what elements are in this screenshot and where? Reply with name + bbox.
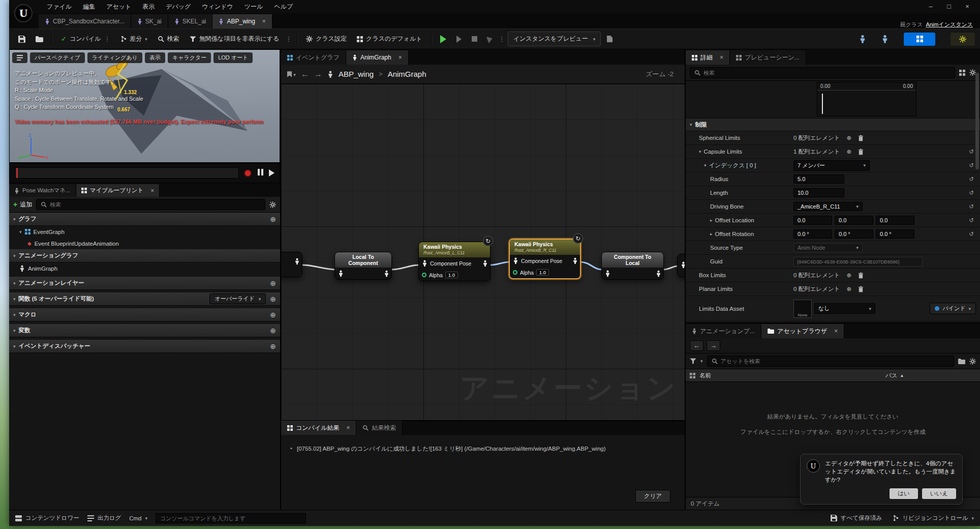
add-element-icon[interactable]: ⊕ [846,134,851,141]
record-button[interactable] [244,169,252,177]
debug-object-button[interactable] [603,33,617,45]
add-element-icon[interactable]: ⊕ [846,148,851,155]
section-graphs[interactable]: ▾グラフ⊕ [9,213,280,226]
hide-unrelated-options-icon[interactable]: ⋮ [285,35,292,43]
search-input[interactable] [703,70,951,76]
collapse-icon[interactable]: ▾ [704,163,707,168]
graph-node-local-to-component[interactable]: Local To Component [334,252,392,280]
revision-control-button[interactable]: リビジョンコントロール▾ [893,514,974,522]
save-all-button[interactable]: すべて保存済み [831,514,882,522]
filter-icon[interactable] [690,358,696,364]
details-scrollbar[interactable] [975,73,979,169]
browse-button[interactable] [32,33,47,45]
bookmarks-button[interactable]: ▾ [287,71,296,78]
expand-icon[interactable]: ▸ [710,218,713,223]
tab-preview-scene[interactable]: プレビューシーン... [730,50,806,65]
play-button[interactable] [436,32,450,46]
add-button[interactable]: +追加 [13,200,32,209]
add-layer-icon[interactable]: ⊕ [270,279,276,287]
play-options-icon[interactable]: ⋮ [499,35,506,43]
back-button[interactable]: ← [690,340,703,351]
offset-location-z-input[interactable]: 0.0 [876,216,914,225]
possess-button[interactable] [483,33,497,46]
reset-icon[interactable]: ↺ [965,230,978,238]
pose-pin-icon[interactable] [513,257,518,264]
pose-pin-icon[interactable] [605,270,610,277]
collapse-icon[interactable]: ▾ [699,149,701,154]
list-item-event-update-animation[interactable]: ◆Event BlueprintUpdateAnimation [9,238,280,249]
graph-node-kawaii-physics-right[interactable]: ↻ Kawaii Physics Root_AmiceB_R_C11 Compo… [509,239,581,279]
compile-options-icon[interactable]: ⋮ [104,35,111,43]
trash-icon[interactable] [858,286,864,292]
reset-icon[interactable]: ↺ [965,175,978,183]
timeline-scrubber[interactable] [15,167,239,179]
offset-rotation-x-input[interactable]: 0.0 ° [793,229,832,239]
trash-icon[interactable] [858,272,864,279]
graph-node-kawaii-physics-left[interactable]: ↻ Kawaii Physics Root_AmiceB_L_C11 Compo… [418,242,491,281]
list-item-eventgraph[interactable]: ▾EventGraph [9,226,280,238]
section-animation-graphs[interactable]: ▾アニメーショングラフ [9,249,280,262]
trash-icon[interactable] [858,149,864,155]
list-item-animgraph[interactable]: AnimGraph [9,262,280,274]
save-button[interactable] [14,33,29,46]
forward-button[interactable]: → [314,70,322,79]
folder-icon[interactable] [958,359,965,364]
play-forward-button[interactable] [269,169,274,177]
tab-skel-ai[interactable]: SKEL_ai [168,14,213,28]
pose-pin-icon[interactable] [422,260,427,267]
tab-eventgraph[interactable]: イベントグラフ [281,50,346,65]
offset-rotation-z-input[interactable]: 0.0 ° [876,229,914,239]
radius-input[interactable]: 5.0 [793,174,844,184]
tab-animgraph[interactable]: AnimGraph× [346,50,409,65]
playhead[interactable] [16,168,18,178]
tab-abp-wing[interactable]: ABP_wing × [212,14,272,28]
viewport-character-dropdown[interactable]: キャラクター [168,52,211,63]
tab-find-results[interactable]: 結果検索 [356,421,403,435]
pose-pin-icon[interactable] [572,257,578,264]
class-settings-button[interactable]: クラス設定 [302,32,351,46]
menu-view[interactable]: 表示 [137,1,160,13]
tab-pose-watch[interactable]: Pose Watchマネ... [9,184,76,197]
menu-debug[interactable]: デバッグ [161,1,196,13]
reset-icon[interactable]: ↺ [965,217,978,224]
pose-pin-icon[interactable] [294,258,300,264]
asset-search[interactable] [707,356,954,367]
my-blueprint-search[interactable] [36,199,265,210]
breadcrumb-root[interactable]: ABP_wing [339,70,374,78]
alpha-value-input[interactable]: 1.0 [445,272,458,278]
trash-icon[interactable] [858,135,864,141]
graph-node-output-stub[interactable] [677,254,685,277]
graph-node-input-stub[interactable] [280,252,302,277]
class-defaults-button[interactable]: クラスのデフォルト [353,32,426,46]
viewport-lit-dropdown[interactable]: ライティングあり [87,52,142,63]
add-function-icon[interactable]: ⊕ [270,295,276,303]
alpha-pin-icon[interactable] [513,270,517,275]
menu-tools[interactable]: ツール [239,1,268,13]
find-button[interactable]: 検索 [154,32,183,46]
alpha-pin-icon[interactable] [422,273,426,277]
driving-bone-dropdown[interactable]: _AmiceB_R_C11▾ [793,202,863,211]
back-button[interactable]: ← [301,70,309,79]
frame-skip-button[interactable] [452,33,466,46]
asset-thumbnail[interactable]: None [793,300,812,318]
forward-button[interactable]: → [707,340,720,351]
menu-asset[interactable]: アセット [101,1,136,13]
menu-edit[interactable]: 編集 [78,1,100,13]
viewport-lod-dropdown[interactable]: LOD オート [213,52,253,63]
breadcrumb-current[interactable]: AnimGraph [388,70,426,78]
close-tab-icon[interactable]: × [346,424,350,431]
offset-rotation-y-input[interactable]: 0.0 ° [835,229,873,239]
section-animation-layers[interactable]: ▾アニメーションレイヤー⊕ [9,277,280,290]
tab-compile-results[interactable]: コンパイル結果× [281,421,356,435]
preview-viewport[interactable]: パースペクティブ ライティングあり 表示 キャラクター LOD オート アニメー… [9,49,280,163]
graph-node-component-to-local[interactable]: Component To Local [601,252,664,280]
add-element-icon[interactable]: ⊕ [846,272,851,279]
menu-help[interactable]: ヘルプ [269,1,298,13]
display-filter-icon[interactable] [959,70,965,76]
pose-pin-icon[interactable] [656,270,661,277]
override-dropdown[interactable]: オーバーライド▾ [209,293,266,304]
tab-details[interactable]: 詳細× [686,50,730,65]
add-element-icon[interactable]: ⊕ [846,285,851,292]
add-macro-icon[interactable]: ⊕ [270,311,276,319]
hide-unrelated-button[interactable]: 無関係な項目を非表示にする [186,32,283,46]
